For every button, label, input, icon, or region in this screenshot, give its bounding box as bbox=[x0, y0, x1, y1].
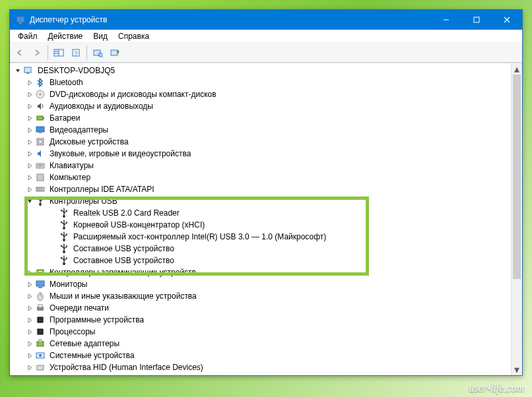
expand-icon[interactable] bbox=[24, 77, 35, 88]
vertical-scrollbar[interactable]: ▴ ▾ bbox=[511, 63, 522, 375]
expand-icon[interactable] bbox=[24, 125, 35, 135]
tree-category-label: DVD-дисководы и дисководы компакт-дисков bbox=[48, 89, 218, 100]
svg-rect-45 bbox=[66, 210, 67, 212]
expand-icon[interactable] bbox=[24, 172, 35, 183]
expand-icon[interactable] bbox=[24, 362, 35, 373]
toolbar-update-button[interactable] bbox=[107, 45, 123, 61]
tree-category[interactable]: Процессоры bbox=[10, 326, 511, 338]
tree-category[interactable]: Программные устройства bbox=[10, 314, 511, 326]
expand-icon[interactable] bbox=[24, 267, 35, 278]
minimize-button[interactable] bbox=[431, 10, 461, 30]
svg-rect-3 bbox=[474, 17, 479, 22]
tree-category[interactable]: Мыши и иные указывающие устройства bbox=[10, 290, 511, 302]
storage-icon bbox=[35, 267, 46, 278]
device-tree[interactable]: DESKTOP-VDOBJQ5 Bluetooth DVD-дисководы … bbox=[10, 63, 511, 375]
svg-point-19 bbox=[40, 94, 42, 96]
toolbar-show-hidden-button[interactable] bbox=[51, 45, 67, 61]
svg-rect-77 bbox=[38, 305, 42, 307]
tree-category-label: Видеоадаптеры bbox=[48, 125, 110, 135]
tree-category[interactable]: Клавиатуры bbox=[10, 160, 511, 171]
menu-help[interactable]: Справка bbox=[113, 30, 154, 42]
usb-icon bbox=[59, 220, 69, 230]
tree-category[interactable]: Батареи bbox=[10, 112, 511, 124]
svg-rect-20 bbox=[37, 116, 43, 120]
tree-category-label: Устройства HID (Human Interface Devices) bbox=[48, 362, 205, 373]
expand-icon[interactable] bbox=[13, 65, 23, 76]
mouse-icon bbox=[35, 291, 46, 301]
tree-category[interactable]: Контроллеры запоминающих устройств bbox=[10, 266, 511, 278]
svg-rect-73 bbox=[38, 287, 42, 288]
tree-root[interactable]: DESKTOP-VDOBJQ5 bbox=[10, 65, 511, 76]
expand-icon[interactable] bbox=[24, 113, 35, 123]
tree-device[interactable]: Realtek USB 2.0 Card Reader bbox=[10, 207, 511, 219]
tree-category[interactable]: Мониторы bbox=[10, 278, 511, 290]
tree-category[interactable]: Компьютер bbox=[10, 171, 511, 183]
menu-action[interactable]: Действие bbox=[43, 30, 88, 42]
svg-rect-17 bbox=[26, 73, 29, 74]
tree-category[interactable]: Очереди печати bbox=[10, 302, 511, 314]
expand-icon[interactable] bbox=[24, 326, 35, 337]
svg-rect-51 bbox=[66, 222, 67, 224]
expand-icon[interactable] bbox=[24, 137, 35, 147]
tree-category-label: Программные устройства bbox=[48, 315, 145, 325]
svg-point-44 bbox=[61, 210, 62, 211]
toolbar-scan-button[interactable] bbox=[90, 45, 106, 61]
maximize-button[interactable] bbox=[461, 10, 492, 30]
expand-icon[interactable] bbox=[24, 101, 35, 111]
usb-icon bbox=[59, 243, 69, 254]
tree-device[interactable]: Составное USB устройство bbox=[10, 255, 511, 266]
svg-point-38 bbox=[37, 198, 38, 199]
scroll-up-icon[interactable]: ▴ bbox=[512, 63, 522, 75]
tree-category[interactable]: Аудиовходы и аудиовыходы bbox=[10, 100, 511, 112]
tree-category[interactable]: Дисковые устройства bbox=[10, 136, 511, 148]
expand-icon[interactable] bbox=[24, 184, 35, 195]
expand-icon[interactable] bbox=[24, 89, 35, 100]
expand-icon[interactable] bbox=[24, 338, 35, 349]
usb-icon bbox=[59, 208, 69, 218]
tree-category-label: Очереди печати bbox=[48, 303, 110, 313]
tree-category[interactable]: Сетевые адаптеры bbox=[10, 338, 511, 350]
toolbar-back-button[interactable] bbox=[12, 45, 28, 61]
tree-device[interactable]: Корневой USB-концентратор (xHCI) bbox=[10, 219, 511, 231]
expand-icon[interactable] bbox=[24, 315, 35, 325]
menubar: Файл Действие Вид Справка bbox=[10, 30, 522, 43]
svg-rect-15 bbox=[111, 50, 117, 55]
usb-icon bbox=[59, 255, 69, 266]
menu-view[interactable]: Вид bbox=[88, 30, 113, 42]
expand-icon[interactable] bbox=[24, 148, 35, 159]
tree-category[interactable]: Контроллеры USB bbox=[10, 195, 511, 207]
tree-root-label: DESKTOP-VDOBJQ5 bbox=[36, 65, 116, 76]
tree-category[interactable]: Устройства HID (Human Interface Devices) bbox=[10, 361, 511, 373]
titlebar[interactable]: Диспетчер устройств bbox=[10, 10, 522, 30]
scroll-down-icon[interactable]: ▾ bbox=[512, 364, 522, 375]
toolbar-help-button[interactable]: ? bbox=[68, 45, 84, 61]
toolbar-forward-button[interactable] bbox=[29, 45, 45, 61]
svg-rect-0 bbox=[17, 16, 24, 22]
svg-line-14 bbox=[102, 56, 103, 57]
tree-category-label: Контроллеры IDE ATA/ATAPI bbox=[48, 184, 156, 195]
sys-icon bbox=[35, 350, 46, 361]
tree-category[interactable]: Системные устройства bbox=[10, 350, 511, 361]
scroll-thumb[interactable] bbox=[513, 75, 521, 279]
svg-text:?: ? bbox=[74, 50, 77, 57]
tree-category-label: Батареи bbox=[48, 113, 81, 123]
tree-category-label: Контроллеры запоминающих устройств bbox=[48, 267, 197, 278]
tree-category[interactable]: Контроллеры IDE ATA/ATAPI bbox=[10, 183, 511, 195]
expand-icon[interactable] bbox=[24, 303, 35, 313]
tree-device[interactable]: Расширяемый хост-контроллер Intel(R) USB… bbox=[10, 231, 511, 243]
expand-icon[interactable] bbox=[24, 160, 35, 171]
tree-device[interactable]: Составное USB устройство bbox=[10, 243, 511, 255]
expand-icon[interactable] bbox=[24, 291, 35, 301]
tree-category[interactable]: Bluetooth bbox=[10, 76, 511, 88]
close-button[interactable] bbox=[492, 10, 522, 30]
expand-icon[interactable] bbox=[24, 196, 35, 206]
menu-file[interactable]: Файл bbox=[13, 30, 43, 42]
tree-category[interactable]: Видеоадаптеры bbox=[10, 124, 511, 136]
expand-icon[interactable] bbox=[24, 279, 35, 290]
sound-icon bbox=[35, 148, 46, 159]
tree-category[interactable]: DVD-дисководы и дисководы компакт-дисков bbox=[10, 88, 511, 100]
tree-category-label: Аудиовходы и аудиовыходы bbox=[48, 101, 154, 111]
tree-category[interactable]: Звуковые, игровые и видеоустройства bbox=[10, 148, 511, 160]
net-icon bbox=[35, 338, 46, 349]
expand-icon[interactable] bbox=[24, 350, 35, 361]
